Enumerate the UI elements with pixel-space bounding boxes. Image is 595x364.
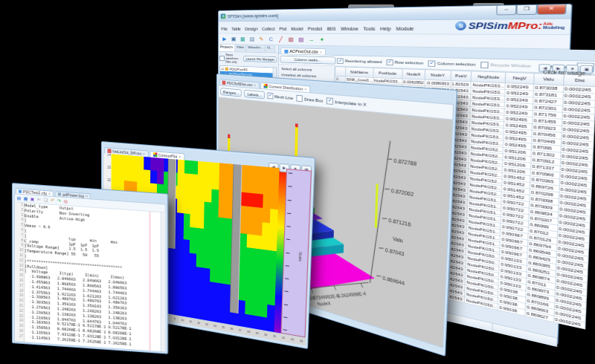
heatmap-cell: [203, 281, 210, 295]
editor-text-area[interactable]: Model_type Output Polarity Non-Inverting…: [25, 203, 161, 351]
menu-item-design[interactable]: Design: [245, 27, 257, 31]
heatmap-cell: [190, 227, 197, 241]
close-tab-icon[interactable]: ×: [178, 155, 181, 159]
menu-item-model[interactable]: Model: [291, 27, 303, 31]
grid-red-icon[interactable]: ▨: [286, 35, 295, 44]
checked-checkbox[interactable]: ✓: [327, 97, 333, 105]
heatmap-cell: [245, 287, 253, 302]
scale-tick: [289, 172, 292, 174]
menu-item-predict[interactable]: Predict: [308, 27, 322, 31]
heatmap-cell: [112, 166, 118, 180]
menu-item-collect[interactable]: Collect: [262, 27, 274, 31]
close-tab-icon[interactable]: ×: [254, 83, 256, 88]
heatmap-cell: [137, 169, 144, 183]
heatmap-cell: [196, 305, 203, 319]
heatmap-cell: [239, 273, 246, 287]
heatmap-cell: [190, 240, 197, 254]
slash-icon[interactable]: ╱: [277, 35, 286, 43]
undo-icon[interactable]: ↶: [50, 198, 55, 203]
heatmap-cell: [254, 261, 261, 276]
grid-purple-icon[interactable]: ▧: [297, 35, 306, 44]
plot-option-draw-box[interactable]: Draw Box: [297, 95, 324, 104]
sidebar-tab-n[interactable]: N...: [266, 45, 275, 53]
column-header-NodeX[interactable]: NodeX: [402, 69, 425, 80]
x-tick-label: 10: [178, 316, 187, 325]
labels-button[interactable]: Labels...: [244, 90, 265, 100]
close-tab-icon[interactable]: ×: [304, 87, 306, 91]
checked-checkbox[interactable]: ✓: [337, 58, 343, 64]
x-tick-label: 13: [202, 320, 210, 328]
spark-icon[interactable]: ✦: [318, 36, 327, 45]
new-icon[interactable]: ▤: [16, 195, 22, 201]
save-icon[interactable]: ▣: [30, 196, 35, 201]
heatmap-cell: [197, 215, 205, 229]
report-icon[interactable]: ▤: [248, 35, 256, 43]
menu-item-window[interactable]: Window: [341, 27, 358, 31]
heatmap-cell: [271, 181, 279, 196]
heatmap-cell: [263, 195, 271, 209]
heatmap-cell: [189, 305, 196, 319]
show-waveform-checkbox[interactable]: [219, 56, 225, 61]
heatmap-cell: [254, 248, 262, 263]
minimize-button[interactable]: –: [496, 5, 516, 15]
menu-item-plot[interactable]: Plot: [279, 27, 286, 31]
edit-icon[interactable]: ✎: [257, 35, 266, 43]
x-tick-label: 23: [288, 335, 297, 344]
heatmap-cell: [255, 207, 263, 222]
open-icon[interactable]: ▦: [23, 196, 28, 201]
menu-item-table[interactable]: Table: [231, 27, 241, 30]
run-icon[interactable]: ▶: [221, 35, 228, 43]
heatmap-cell: [209, 308, 216, 322]
column-header-index[interactable]: [335, 67, 346, 77]
menu-item-help[interactable]: Help: [380, 27, 391, 31]
column-header-NodeY[interactable]: NodeY: [425, 70, 451, 81]
menu-item-ibis[interactable]: IBIS: [327, 27, 335, 31]
x-tick-label: 15: [219, 323, 227, 332]
close-tab-icon[interactable]: ×: [86, 194, 89, 198]
close-tab-icon[interactable]: ×: [320, 50, 322, 53]
sidebar-tab-files[interactable]: Files: [235, 45, 246, 52]
heatmap-cell: [203, 268, 210, 282]
copy-icon[interactable]: ❏: [43, 197, 48, 202]
unchecked-checkbox[interactable]: [480, 62, 489, 68]
collect-icon[interactable]: C: [267, 35, 276, 43]
redo-icon[interactable]: ↷: [57, 198, 62, 204]
option-checkbox-reordering-allowed[interactable]: ✓Reordering allowed: [337, 58, 382, 65]
heatmap-cell: [197, 201, 205, 215]
table-icon[interactable]: ▦: [239, 35, 247, 43]
ranges-button[interactable]: Ranges...: [220, 88, 242, 97]
launch-file-manager-button[interactable]: Launch File Manager: [243, 56, 277, 62]
checked-checkbox[interactable]: ✓: [267, 92, 273, 99]
close-button[interactable]: ✕: [537, 4, 567, 15]
option-checkbox-column-selection[interactable]: ✓Column selection: [428, 60, 476, 68]
plot-option-mesh-line[interactable]: ✓Mesh Line: [267, 92, 293, 101]
arrow-icon[interactable]: →: [306, 35, 315, 44]
checked-checkbox[interactable]: ✓: [428, 60, 436, 67]
option-checkbox-row-selection[interactable]: ✓Row selection: [386, 59, 423, 65]
unchecked-checkbox[interactable]: [297, 95, 303, 102]
menu-item-file[interactable]: File: [221, 27, 227, 30]
search-icon[interactable]: ◎: [63, 198, 68, 204]
tree-twisty-icon[interactable]: ⊟: [221, 67, 224, 71]
menu-item-module[interactable]: Module: [396, 26, 414, 30]
heatmap-cell: [196, 280, 203, 294]
heatmap-cell: [263, 166, 271, 181]
option-checkbox-recycle-window[interactable]: Recycle Window: [480, 62, 531, 70]
maximize-button[interactable]: ❐: [516, 5, 537, 15]
cut-icon[interactable]: ✂: [36, 197, 42, 202]
save-icon[interactable]: ▣: [230, 35, 238, 43]
sidebar-tab-projects[interactable]: Projects: [219, 45, 235, 52]
heatmap-cell: [256, 166, 264, 181]
checked-checkbox[interactable]: ✓: [386, 59, 393, 65]
tab-acprocout-csv[interactable]: ACProcOut.csv ×: [281, 48, 327, 54]
column-header-PosV[interactable]: PosV: [451, 71, 472, 82]
close-tab-icon[interactable]: ×: [143, 152, 145, 156]
sidebar-tab-wavefor[interactable]: Wavefor...: [246, 45, 266, 52]
plot-option-interpolate-in-x[interactable]: ✓Interpolate in X: [327, 97, 367, 108]
editor-scrollbar[interactable]: [161, 212, 165, 351]
heatmap-cell: [205, 189, 212, 203]
close-tab-icon[interactable]: ×: [48, 191, 51, 195]
menu-item-tools[interactable]: Tools: [363, 27, 375, 31]
column-tasks-button[interactable]: Column tasks...: [280, 56, 336, 65]
column-header-NegV[interactable]: NegV: [506, 72, 534, 84]
